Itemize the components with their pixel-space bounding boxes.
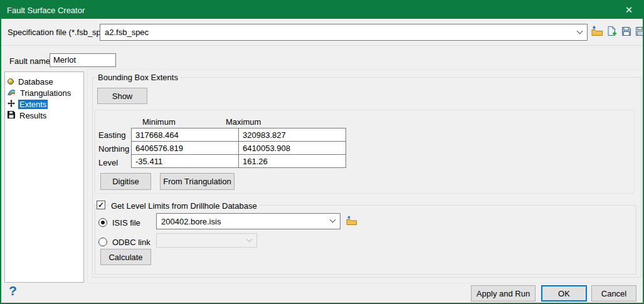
sidebar-item-label: Results bbox=[18, 111, 48, 120]
drillhole-group-label: Get Level Limits from Drillhole Database bbox=[108, 201, 260, 211]
extents-table: 317668.464 320983.827 6406576.819 641005… bbox=[131, 128, 346, 168]
sidebar-item-results[interactable]: Results bbox=[8, 110, 83, 121]
isis-file-radio[interactable] bbox=[98, 218, 107, 227]
save-as-icon[interactable] bbox=[635, 26, 644, 38]
spec-file-combobox[interactable]: a2.fsb_spec bbox=[100, 24, 588, 41]
table-row: -35.411 161.26 bbox=[132, 155, 346, 168]
isis-file-combobox[interactable]: 200402.bore.isis bbox=[156, 213, 340, 229]
sidebar-item-database[interactable]: Database bbox=[8, 76, 83, 87]
fault-name-input[interactable]: Merlot bbox=[50, 53, 116, 67]
sidebar-item-extents[interactable]: Extents bbox=[8, 98, 83, 110]
spec-file-value: a2.fsb_spec bbox=[105, 28, 149, 37]
sidebar-item-label: Database bbox=[17, 77, 55, 86]
isis-open-folder-icon[interactable] bbox=[346, 216, 357, 228]
sidebar-tree: Database Triangulations Extents bbox=[4, 71, 84, 283]
spec-file-label: Specification file (*.fsb_spec) bbox=[8, 28, 112, 37]
show-button[interactable]: Show bbox=[97, 88, 147, 104]
row-label-level: Level bbox=[98, 158, 118, 167]
sidebar-item-label: Extents bbox=[18, 100, 48, 109]
chevron-down-icon[interactable] bbox=[330, 217, 336, 223]
apply-and-run-button[interactable]: Apply and Run bbox=[471, 285, 536, 301]
open-folder-icon[interactable] bbox=[591, 26, 603, 38]
level-max-cell[interactable]: 161.26 bbox=[239, 155, 346, 168]
northing-min-cell[interactable]: 6406576.819 bbox=[132, 142, 239, 155]
titlebar[interactable]: Fault Surface Creator bbox=[1, 1, 643, 19]
sidebar-item-triangulations[interactable]: Triangulations bbox=[8, 87, 83, 98]
spec-toolbar bbox=[591, 26, 644, 38]
easting-max-cell[interactable]: 320983.827 bbox=[239, 128, 346, 142]
ok-button[interactable]: OK bbox=[541, 285, 587, 301]
move-cross-icon bbox=[8, 100, 15, 109]
group-title: Bounding Box Extents bbox=[95, 73, 181, 82]
fault-surface-creator-dialog: Fault Surface Creator ✕ Specification fi… bbox=[0, 0, 644, 304]
odbc-link-combobox bbox=[156, 233, 257, 248]
database-sphere-icon bbox=[8, 78, 14, 85]
close-icon[interactable]: ✕ bbox=[615, 1, 643, 19]
new-file-icon[interactable] bbox=[607, 26, 618, 38]
isis-file-value: 200402.bore.isis bbox=[161, 217, 221, 226]
calculate-button[interactable]: Calculate bbox=[100, 249, 151, 265]
isis-file-label: ISIS file bbox=[112, 218, 140, 228]
radio-dot bbox=[101, 221, 105, 224]
northing-max-cell[interactable]: 6410053.908 bbox=[239, 142, 346, 155]
table-row: 317668.464 320983.827 bbox=[132, 128, 346, 142]
section-divider bbox=[1, 45, 643, 46]
help-icon[interactable]: ? bbox=[9, 283, 17, 298]
column-header-minimum: Minimum bbox=[142, 117, 176, 127]
chevron-down-icon bbox=[246, 236, 253, 242]
easting-min-cell[interactable]: 317668.464 bbox=[132, 128, 239, 142]
table-row: 6406576.819 6410053.908 bbox=[132, 142, 346, 155]
digitise-button[interactable]: Digitise bbox=[100, 173, 151, 190]
row-label-easting: Easting bbox=[98, 130, 125, 140]
column-header-maximum: Maximum bbox=[226, 117, 261, 127]
chevron-down-icon[interactable] bbox=[577, 28, 583, 34]
odbc-link-radio[interactable] bbox=[98, 238, 107, 246]
level-min-cell[interactable]: -35.411 bbox=[132, 155, 239, 168]
fault-name-label: Fault name bbox=[9, 56, 50, 66]
triangulation-surface-icon bbox=[8, 88, 16, 98]
from-triangulation-button[interactable]: From Triangulation bbox=[160, 173, 235, 190]
get-level-limits-checkbox[interactable]: ✓ bbox=[97, 201, 105, 209]
row-label-northing: Northing bbox=[98, 144, 129, 154]
sidebar-item-label: Triangulations bbox=[19, 88, 72, 98]
odbc-link-label: ODBC link bbox=[112, 238, 150, 247]
save-icon[interactable] bbox=[621, 26, 631, 38]
floppy-disk-icon bbox=[8, 111, 15, 120]
cancel-button[interactable]: Cancel bbox=[591, 285, 636, 301]
window-title: Fault Surface Creator bbox=[7, 6, 85, 15]
